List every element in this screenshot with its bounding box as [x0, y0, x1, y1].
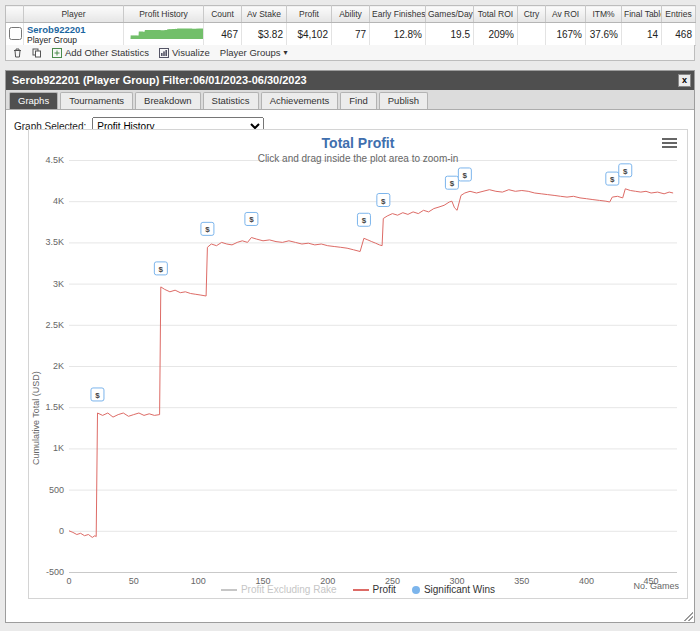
cell-early-finishes: 12.8% — [370, 23, 426, 46]
player-name-link[interactable]: Serob922201 — [27, 24, 120, 35]
table-row[interactable]: Serob922201 Player Group 467 $3.82 $4,10… — [6, 23, 696, 46]
player-groups-label: Player Groups — [220, 47, 281, 58]
tab-achievements[interactable]: Achievements — [261, 92, 339, 109]
svg-text:$: $ — [463, 171, 468, 180]
cell-count: 467 — [204, 23, 242, 46]
svg-text:500: 500 — [49, 485, 64, 495]
tab-find[interactable]: Find — [340, 92, 376, 109]
svg-text:$: $ — [159, 265, 164, 274]
tab-graphs[interactable]: Graphs — [9, 92, 58, 109]
player-detail-panel: Serob922201 (Player Group) Filter:06/01/… — [5, 70, 695, 623]
cell-total-roi: 209% — [474, 23, 518, 46]
profit-sparkline — [127, 27, 204, 40]
panel-header: Serob922201 (Player Group) Filter:06/01/… — [6, 71, 694, 90]
col-header-ability[interactable]: Ability — [332, 6, 370, 23]
svg-text:$: $ — [95, 391, 100, 400]
svg-text:$: $ — [610, 175, 615, 184]
player-groups-menu[interactable]: Player Groups ▾ — [218, 47, 290, 58]
visualize-label: Visualize — [172, 47, 210, 58]
tab-statistics[interactable]: Statistics — [203, 92, 259, 109]
legend-item-profit-excluding-rake[interactable]: Profit Excluding Rake — [221, 584, 337, 595]
chart-subtitle: Click and drag inside the plot area to z… — [29, 153, 687, 164]
player-stats-table: Player Profit History Count Av Stake Pro… — [5, 5, 696, 46]
col-header-count[interactable]: Count — [204, 6, 242, 23]
add-other-statistics-label: Add Other Statistics — [65, 47, 149, 58]
svg-text:$: $ — [381, 197, 386, 206]
legend-swatch-dot — [412, 586, 420, 594]
col-header-ctry[interactable]: Ctry — [518, 6, 546, 23]
cell-entries: 468 — [662, 23, 696, 46]
delete-button[interactable] — [11, 48, 24, 58]
svg-text:$: $ — [205, 225, 210, 234]
row-select-checkbox[interactable] — [9, 27, 22, 40]
total-profit-chart: 4.5K4K3.5K3K2.5K2K1.5K1K5000-50005010015… — [28, 129, 688, 599]
col-header-profit-history[interactable]: Profit History — [124, 6, 204, 23]
legend-swatch-line — [221, 589, 237, 591]
legend-item-profit[interactable]: Profit — [353, 584, 396, 595]
close-button[interactable]: x — [678, 74, 691, 87]
add-statistics-icon — [52, 48, 62, 58]
legend-label: Profit Excluding Rake — [241, 584, 337, 595]
col-header-itm[interactable]: ITM% — [586, 6, 622, 23]
svg-text:3.5K: 3.5K — [45, 237, 64, 247]
legend-label: Significant Wins — [424, 584, 495, 595]
visualize-button[interactable]: Visualize — [157, 47, 212, 58]
svg-text:1K: 1K — [53, 443, 64, 453]
player-sub-label: Player Group — [27, 35, 120, 45]
trash-icon — [13, 48, 22, 58]
cell-av-roi: 167% — [546, 23, 586, 46]
cell-ctry — [518, 23, 546, 46]
chart-legend: Profit Excluding Rake Profit Significant… — [29, 584, 687, 595]
col-header-select[interactable] — [6, 6, 24, 23]
svg-text:$: $ — [362, 216, 367, 225]
col-header-av-roi[interactable]: Av ROI — [546, 6, 586, 23]
svg-text:2.5K: 2.5K — [45, 320, 64, 330]
svg-text:$: $ — [623, 167, 628, 176]
svg-text:4K: 4K — [53, 196, 64, 206]
svg-text:$: $ — [249, 215, 254, 224]
svg-text:2K: 2K — [53, 361, 64, 371]
svg-text:3K: 3K — [53, 279, 64, 289]
col-header-early-finishes[interactable]: Early Finishes — [370, 6, 426, 23]
cell-profit: $4,102 — [287, 23, 332, 46]
legend-swatch-line — [353, 589, 369, 591]
panel-title: Serob922201 (Player Group) Filter:06/01/… — [12, 74, 307, 86]
panel-tab-bar: Graphs Tournaments Breakdown Statistics … — [6, 90, 694, 110]
col-header-profit[interactable]: Profit — [287, 6, 332, 23]
svg-text:-500: -500 — [46, 567, 64, 577]
col-header-entries[interactable]: Entries — [662, 6, 696, 23]
svg-text:1.5K: 1.5K — [45, 402, 64, 412]
add-other-statistics-button[interactable]: Add Other Statistics — [50, 47, 151, 58]
col-header-final-table[interactable]: Final Table: — [622, 6, 662, 23]
cell-av-stake: $3.82 — [242, 23, 287, 46]
tab-publish[interactable]: Publish — [379, 92, 428, 109]
cell-itm: 37.6% — [586, 23, 622, 46]
copy-icon — [32, 48, 42, 58]
table-toolbar: Add Other Statistics Visualize Player Gr… — [5, 45, 695, 61]
profit-chart-svg[interactable]: 4.5K4K3.5K3K2.5K2K1.5K1K5000-50005010015… — [29, 130, 687, 598]
col-header-total-roi[interactable]: Total ROI — [474, 6, 518, 23]
copy-button[interactable] — [30, 48, 44, 58]
cell-games-day: 19.5 — [426, 23, 474, 46]
cell-final-table: 14 — [622, 23, 662, 46]
panel-resize-handle[interactable] — [682, 610, 693, 621]
chevron-down-icon: ▾ — [284, 48, 288, 57]
visualize-icon — [159, 48, 169, 58]
svg-text:0: 0 — [59, 526, 64, 536]
legend-item-significant-wins[interactable]: Significant Wins — [412, 584, 495, 595]
legend-label: Profit — [373, 584, 396, 595]
svg-text:$: $ — [450, 179, 455, 188]
col-header-av-stake[interactable]: Av Stake — [242, 6, 287, 23]
y-axis-title: Cumulative Total (USD) — [31, 371, 41, 465]
chart-title: Total Profit — [29, 135, 687, 151]
table-header-row: Player Profit History Count Av Stake Pro… — [6, 6, 696, 23]
tab-tournaments[interactable]: Tournaments — [60, 92, 133, 109]
col-header-games-day[interactable]: Games/Day — [426, 6, 474, 23]
cell-ability: 77 — [332, 23, 370, 46]
tab-breakdown[interactable]: Breakdown — [135, 92, 201, 109]
col-header-player[interactable]: Player — [24, 6, 124, 23]
chart-menu-icon[interactable] — [662, 138, 677, 150]
